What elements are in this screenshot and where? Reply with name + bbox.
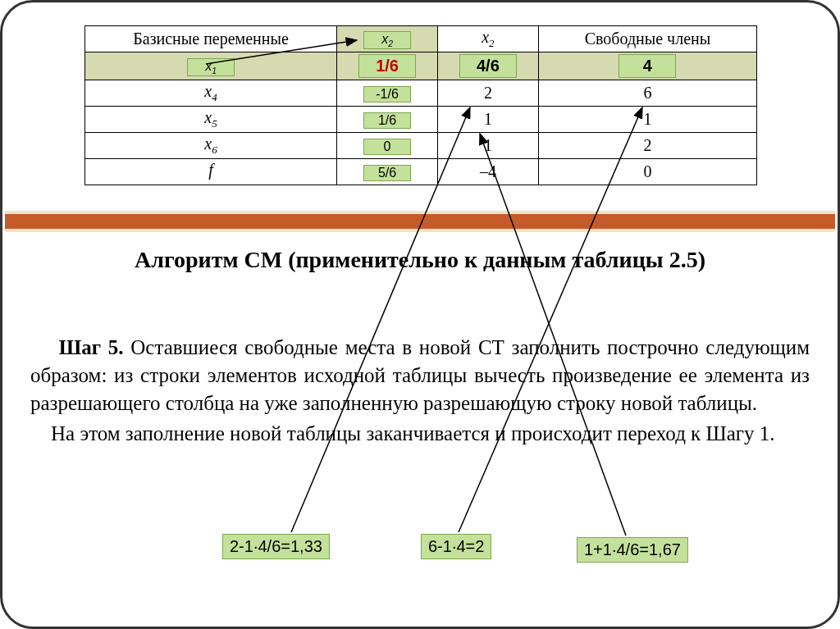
cell-c1: 1/6 — [337, 107, 438, 133]
header-basis: Базисные переменные — [85, 26, 337, 52]
paragraph-1-text: Оставшиеся свободные места в новой СТ за… — [30, 336, 810, 414]
table-row: f 5/6 –4 0 — [85, 159, 757, 185]
row1-free-box: 4 — [619, 54, 676, 78]
cell-c2: 1 — [437, 107, 538, 133]
section-heading: Алгоритм СМ (применительно к данным табл… — [2, 247, 838, 273]
cell-free: 6 — [538, 80, 756, 107]
table-header-row: Базисные переменные x2 x2 Свободные член… — [85, 26, 757, 52]
body-text: Шаг 5. Оставшиеся свободные места в ново… — [30, 334, 810, 451]
paragraph-2: На этом заполнение новой таблицы заканчи… — [30, 420, 810, 448]
step-label: Шаг 5. — [59, 336, 124, 358]
x2-highlight-box: x2 — [363, 31, 411, 49]
cell-c2: 2 — [437, 80, 538, 107]
paragraph-2-text: На этом заполнение новой таблицы заканчи… — [51, 422, 775, 444]
cell-r1-c2: 4/6 — [437, 52, 538, 80]
cell-basis: x4 — [85, 80, 337, 107]
separator-bar — [5, 211, 835, 232]
calc-box-3: 1+1·4/6=1,67 — [577, 537, 688, 563]
table-row: x6 0 1 2 — [85, 133, 757, 159]
cell-free: 0 — [538, 159, 756, 185]
row1-col2-box: 4/6 — [459, 54, 517, 78]
cell-c1: 5/6 — [337, 159, 438, 185]
header-x2-highlighted: x2 — [337, 26, 438, 52]
cell-c1: 0 — [337, 133, 438, 159]
greenbox: 5/6 — [363, 165, 411, 181]
cell-r1-free: 4 — [538, 52, 756, 80]
table-row: x5 1/6 1 1 — [85, 107, 757, 133]
x1-highlight-box: x1 — [187, 58, 235, 76]
cell-c1: -1/6 — [337, 80, 438, 107]
header-x2: x2 — [437, 26, 538, 52]
table-row: x4 -1/6 2 6 — [85, 80, 757, 107]
cell-free: 2 — [538, 133, 756, 159]
cell-basis: x6 — [85, 133, 337, 159]
greenbox: -1/6 — [363, 86, 411, 103]
calc-box-2: 6-1·4=2 — [421, 534, 491, 559]
slide-frame: Базисные переменные x2 x2 Свободные член… — [0, 0, 840, 629]
cell-basis-x1: x1 — [85, 52, 337, 80]
greenbox: 0 — [363, 139, 411, 155]
calc-box-1: 2-1·4/6=1,33 — [222, 534, 330, 559]
greenbox: 1/6 — [363, 112, 411, 129]
cell-free: 1 — [538, 107, 756, 133]
cell-basis: f — [85, 159, 337, 185]
cell-basis: x5 — [85, 107, 337, 133]
cell-c2: –4 — [437, 159, 538, 185]
simplex-table: Базисные переменные x2 x2 Свободные член… — [84, 25, 757, 185]
cell-c2: 1 — [437, 133, 538, 159]
header-free: Свободные члены — [538, 26, 756, 52]
pivot-element-box: 1/6 — [358, 54, 416, 78]
paragraph-1: Шаг 5. Оставшиеся свободные места в ново… — [30, 334, 810, 417]
cell-r1-c1: 1/6 — [337, 52, 438, 80]
table-row-pivot: x1 1/6 4/6 4 — [85, 52, 757, 80]
